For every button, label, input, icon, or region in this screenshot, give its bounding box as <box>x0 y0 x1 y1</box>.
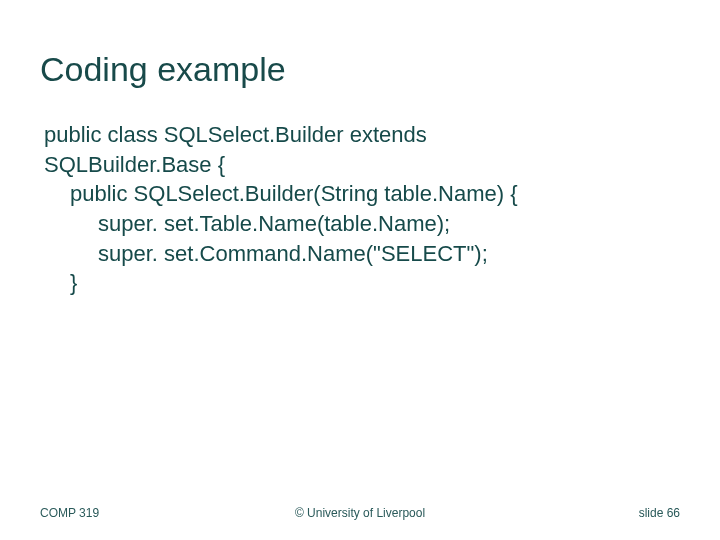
footer-slide-number: slide 66 <box>639 506 680 520</box>
code-block: public class SQLSelect.Builder extends S… <box>40 120 680 298</box>
footer: COMP 319 © University of Liverpool slide… <box>40 506 680 520</box>
code-line: public SQLSelect.Builder(String table.Na… <box>70 179 680 209</box>
footer-copyright: © University of Liverpool <box>40 506 680 520</box>
footer-course-code: COMP 319 <box>40 506 99 520</box>
code-line: super. set.Table.Name(table.Name); <box>98 209 680 239</box>
slide: Coding example public class SQLSelect.Bu… <box>0 0 720 540</box>
code-line: public class SQLSelect.Builder extends <box>44 120 680 150</box>
code-line: super. set.Command.Name("SELECT"); <box>98 239 680 269</box>
slide-title: Coding example <box>40 50 286 89</box>
code-line: SQLBuilder.Base { <box>44 150 680 180</box>
code-line: } <box>70 268 680 298</box>
